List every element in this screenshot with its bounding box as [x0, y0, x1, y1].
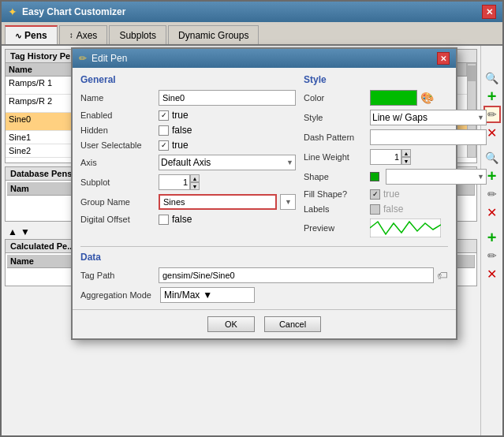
- labels-checkbox[interactable]: [370, 204, 380, 215]
- aggregation-value: Min/Max: [164, 289, 200, 301]
- color-row: Color 🎨: [304, 90, 487, 106]
- color-swatch[interactable]: [370, 90, 417, 106]
- line-weight-spinner: ▲ ▼: [370, 149, 411, 165]
- general-title: General: [80, 74, 296, 85]
- digital-offset-checkbox-row: false: [159, 214, 192, 225]
- window-close-button[interactable]: ✕: [482, 5, 496, 19]
- style-title: Style: [304, 74, 487, 85]
- tab-axes[interactable]: ↕ Axes: [59, 25, 108, 44]
- line-weight-spin-down[interactable]: ▼: [401, 157, 411, 165]
- digital-offset-value: false: [172, 214, 192, 225]
- axis-value: Default Axis: [161, 157, 211, 168]
- name-row: Name: [80, 90, 296, 106]
- line-weight-row: Line Weight ▲ ▼: [304, 149, 487, 165]
- preview-label: Preview: [304, 223, 367, 233]
- tag-browse-icon[interactable]: 🏷: [437, 269, 448, 282]
- preview-wave: [370, 218, 441, 237]
- shape-label: Shape: [304, 172, 367, 181]
- axis-select[interactable]: Default Axis ▼: [159, 155, 296, 170]
- subplot-input[interactable]: [159, 174, 190, 190]
- name-input[interactable]: [159, 90, 296, 106]
- enabled-label: Enabled: [80, 110, 155, 120]
- labels-label: Labels: [304, 204, 367, 214]
- style-row: Style Line w/ Gaps ▼: [304, 110, 487, 125]
- ok-button[interactable]: OK: [207, 316, 255, 332]
- tab-pens[interactable]: ∿ Pens: [5, 25, 58, 44]
- dash-pattern-label: Dash Pattern: [304, 133, 367, 142]
- axis-dropdown-icon: ▼: [286, 159, 293, 166]
- hidden-checkbox-row: false: [159, 125, 192, 136]
- dialog-title-bar: ✏ Edit Pen ✕: [73, 49, 456, 68]
- general-column: General Name Enabled true Hid: [80, 74, 296, 241]
- aggregation-select[interactable]: Min/Max ▼: [160, 287, 255, 303]
- digital-offset-label: Digital Offset: [80, 215, 155, 224]
- aggregation-label: Aggregation Mode: [80, 290, 155, 300]
- user-selectable-value: true: [172, 140, 189, 151]
- style-select[interactable]: Line w/ Gaps ▼: [370, 110, 487, 125]
- subplot-row: Subplot ▲ ▼: [80, 174, 296, 190]
- hidden-value: false: [172, 125, 192, 136]
- subplot-spinner: ▲ ▼: [159, 174, 200, 190]
- group-dropdown-icon: ▼: [285, 198, 292, 206]
- user-selectable-label: User Selectable: [80, 140, 155, 150]
- delete-calc-button[interactable]: ✕: [483, 265, 501, 282]
- enabled-row: Enabled true: [80, 110, 296, 121]
- line-weight-label: Line Weight: [304, 152, 367, 162]
- fill-shape-checkbox-row: true: [370, 189, 400, 200]
- labels-value: false: [383, 204, 403, 215]
- group-name-dropdown[interactable]: ▼: [280, 194, 296, 210]
- line-weight-spin-up[interactable]: ▲: [401, 149, 411, 157]
- dialog-columns: General Name Enabled true Hid: [80, 74, 448, 241]
- subplots-tab-label: Subplots: [119, 30, 156, 41]
- fill-shape-checkbox[interactable]: [370, 189, 380, 200]
- color-label: Color: [304, 93, 367, 103]
- digital-offset-row: Digital Offset false: [80, 214, 296, 225]
- edit-pen-dialog: ✏ Edit Pen ✕ General Name Enabled: [71, 47, 457, 340]
- next-arrow[interactable]: ▼: [21, 226, 30, 237]
- user-selectable-checkbox[interactable]: [159, 140, 169, 151]
- tag-path-row: Tag Path 🏷: [80, 267, 448, 283]
- hidden-row: Hidden false: [80, 125, 296, 136]
- color-picker-icon[interactable]: 🎨: [420, 92, 434, 104]
- tab-dynamic-groups[interactable]: Dynamic Groups: [168, 25, 259, 44]
- dialog-icon: ✏: [79, 53, 87, 64]
- labels-checkbox-row: false: [370, 204, 403, 215]
- dialog-title-text: Edit Pen: [91, 53, 127, 64]
- line-weight-input[interactable]: [370, 149, 401, 165]
- enabled-value: true: [172, 110, 189, 121]
- group-name-label: Group Name: [80, 197, 155, 207]
- subplot-spin-up[interactable]: ▲: [190, 174, 200, 182]
- preview-row: Preview: [304, 218, 487, 237]
- user-selectable-checkbox-row: true: [159, 140, 189, 151]
- style-value: Line w/ Gaps: [372, 112, 427, 123]
- group-name-row: Group Name ▼: [80, 194, 296, 210]
- aggregation-row: Aggregation Mode Min/Max ▼: [80, 287, 448, 303]
- subplot-spin-down[interactable]: ▼: [190, 182, 200, 190]
- tab-bar: ∿ Pens ↕ Axes Subplots Dynamic Groups: [2, 22, 502, 46]
- app-icon: ✦: [8, 6, 17, 18]
- axis-row: Axis Default Axis ▼: [80, 155, 296, 170]
- tag-path-input[interactable]: [159, 267, 434, 283]
- enabled-checkbox[interactable]: [159, 110, 169, 121]
- group-name-input[interactable]: [159, 194, 277, 210]
- prev-arrow[interactable]: ▲: [8, 226, 17, 237]
- dialog-close-button[interactable]: ✕: [437, 52, 450, 65]
- shape-select[interactable]: ▼: [386, 169, 487, 185]
- shape-icon: [370, 172, 379, 181]
- edit-calc-button[interactable]: ✏: [483, 247, 501, 264]
- tab-subplots[interactable]: Subplots: [109, 25, 166, 44]
- dynamic-groups-tab-label: Dynamic Groups: [178, 30, 248, 41]
- enabled-checkbox-row: true: [159, 110, 189, 121]
- pens-tab-icon: ∿: [15, 32, 21, 40]
- style-dropdown-icon: ▼: [477, 114, 484, 121]
- subplot-spin-buttons: ▲ ▼: [190, 174, 200, 190]
- shape-dropdown-icon: ▼: [477, 173, 484, 181]
- fill-shape-value: true: [383, 189, 400, 200]
- cancel-button[interactable]: Cancel: [264, 316, 321, 332]
- dialog-footer: OK Cancel: [73, 309, 456, 338]
- title-bar: ✦ Easy Chart Customizer ✕: [2, 2, 502, 22]
- dash-pattern-input[interactable]: [370, 129, 487, 145]
- hidden-checkbox[interactable]: [159, 125, 169, 136]
- digital-offset-checkbox[interactable]: [159, 215, 169, 225]
- dialog-body: General Name Enabled true Hid: [73, 68, 456, 309]
